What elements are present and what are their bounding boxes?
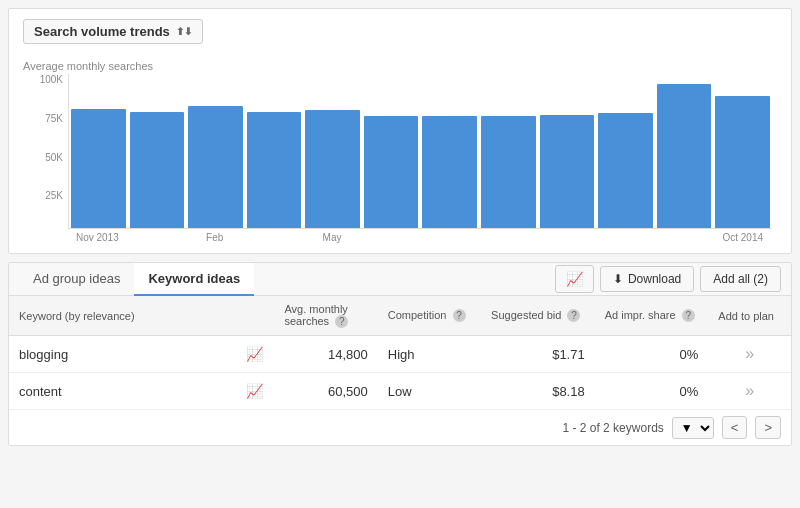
chart-view-button[interactable]: 📈 — [555, 265, 594, 293]
x-label-nov2 — [655, 232, 714, 243]
bar-8 — [540, 115, 595, 228]
help-avg-searches[interactable]: ? — [335, 315, 348, 328]
bar-9 — [598, 113, 653, 228]
cell-trend-1: 📈 — [236, 373, 274, 410]
trend-icon-1: 📈 — [246, 383, 263, 399]
cell-avg-0: 14,800 — [274, 336, 377, 373]
th-avg-searches: Avg. monthlysearches ? — [274, 296, 377, 336]
y-label-50k: 50K — [45, 152, 63, 163]
download-button[interactable]: ⬇ Download — [600, 266, 694, 292]
x-label-feb: Feb — [185, 232, 244, 243]
line-chart-icon: 📈 — [566, 271, 583, 287]
chart-y-axis-title: Average monthly searches — [23, 60, 777, 72]
tab-ad-group-ideas[interactable]: Ad group ideas — [19, 263, 134, 296]
x-label-sep — [537, 232, 596, 243]
cell-comp-0: High — [378, 336, 481, 373]
bar-1 — [130, 112, 185, 228]
download-label: Download — [628, 272, 681, 286]
bar-4 — [305, 110, 360, 228]
y-label-75k: 75K — [45, 113, 63, 124]
x-label-oct — [596, 232, 655, 243]
bar-6 — [422, 116, 477, 228]
x-label-aug — [479, 232, 538, 243]
pagination-next[interactable]: > — [755, 416, 781, 439]
help-suggested-bid[interactable]: ? — [567, 309, 580, 322]
chart-title-arrow: ⬆⬇ — [176, 26, 192, 37]
bar-7 — [481, 116, 536, 228]
cell-trend-0: 📈 — [236, 336, 274, 373]
x-label-may: May — [303, 232, 362, 243]
x-label-jul — [420, 232, 479, 243]
help-competition[interactable]: ? — [453, 309, 466, 322]
bar-10 — [657, 84, 712, 228]
keywords-table: Keyword (by relevance) Avg. monthlysearc… — [9, 296, 791, 409]
cell-add-0[interactable]: » — [708, 336, 791, 373]
help-ad-impr-share[interactable]: ? — [682, 309, 695, 322]
pagination-label: 1 - 2 of 2 keywords — [562, 421, 663, 435]
x-axis-labels: Nov 2013 Feb May Oct 2014 — [68, 232, 772, 243]
tab-keyword-ideas[interactable]: Keyword ideas — [134, 263, 254, 296]
download-icon: ⬇ — [613, 272, 623, 286]
x-label-oct2014: Oct 2014 — [713, 232, 772, 243]
th-trend — [236, 296, 274, 336]
chart-title-button[interactable]: Search volume trends ⬆⬇ — [23, 19, 203, 44]
cell-bid-0: $1.71 — [481, 336, 595, 373]
pagination-select[interactable]: ▼ — [672, 417, 714, 439]
pagination-row: 1 - 2 of 2 keywords ▼ < > — [9, 409, 791, 445]
x-label-mar — [244, 232, 303, 243]
x-label-dec — [127, 232, 186, 243]
bar-0 — [71, 109, 126, 228]
table-row: blogging 📈 14,800 High $1.71 0% » — [9, 336, 791, 373]
th-add-to-plan: Add to plan — [708, 296, 791, 336]
th-competition: Competition ? — [378, 296, 481, 336]
cell-keyword-1: content — [9, 373, 236, 410]
bar-2 — [188, 106, 243, 228]
y-label-25k: 25K — [45, 190, 63, 201]
x-label-jun — [361, 232, 420, 243]
tabs-row: Ad group ideas Keyword ideas 📈 ⬇ Downloa… — [9, 263, 791, 296]
cell-keyword-0: blogging — [9, 336, 236, 373]
chart-area: Average monthly searches 100K 75K 50K 25… — [23, 50, 777, 245]
x-label-nov: Nov 2013 — [68, 232, 127, 243]
y-label-100k: 100K — [40, 74, 63, 85]
bar-3 — [247, 112, 302, 228]
table-row: content 📈 60,500 Low $8.18 0% » — [9, 373, 791, 410]
table-header-row: Keyword (by relevance) Avg. monthlysearc… — [9, 296, 791, 336]
chart-section: Search volume trends ⬆⬇ Average monthly … — [8, 8, 792, 254]
th-suggested-bid: Suggested bid ? — [481, 296, 595, 336]
cell-add-1[interactable]: » — [708, 373, 791, 410]
th-keyword: Keyword (by relevance) — [9, 296, 236, 336]
add-all-button[interactable]: Add all (2) — [700, 266, 781, 292]
th-ad-impr-share: Ad impr. share ? — [595, 296, 709, 336]
add-all-label: Add all (2) — [713, 272, 768, 286]
chart-header: Search volume trends ⬆⬇ — [23, 19, 777, 44]
bar-11 — [715, 96, 770, 228]
bar-5 — [364, 116, 419, 228]
cell-adimpr-1: 0% — [595, 373, 709, 410]
cell-bid-1: $8.18 — [481, 373, 595, 410]
bars-container — [68, 74, 772, 229]
trend-icon-0: 📈 — [246, 346, 263, 362]
chart-title: Search volume trends — [34, 24, 170, 39]
bottom-section: Ad group ideas Keyword ideas 📈 ⬇ Downloa… — [8, 262, 792, 446]
cell-adimpr-0: 0% — [595, 336, 709, 373]
cell-avg-1: 60,500 — [274, 373, 377, 410]
pagination-prev[interactable]: < — [722, 416, 748, 439]
cell-comp-1: Low — [378, 373, 481, 410]
y-axis-labels: 100K 75K 50K 25K — [23, 74, 68, 229]
